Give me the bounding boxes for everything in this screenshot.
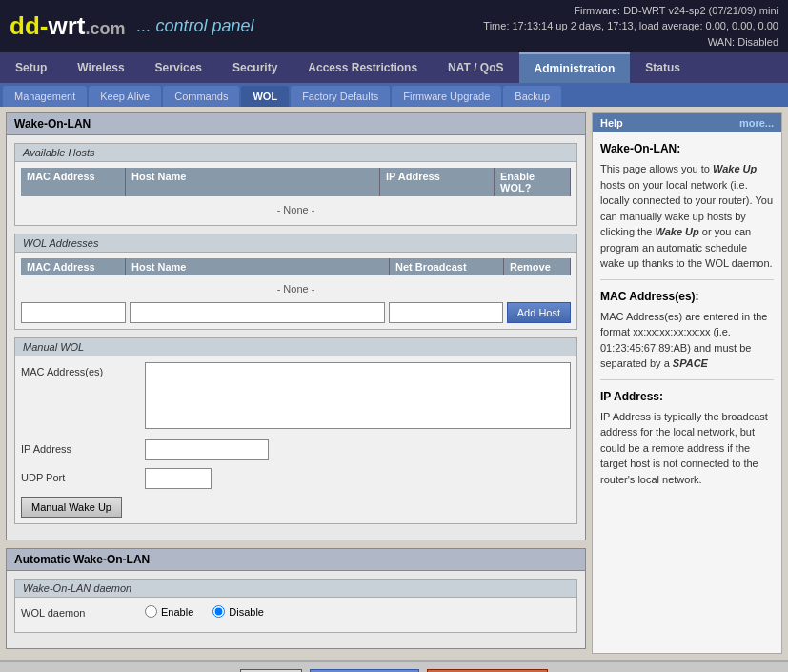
main-tab-administration[interactable]: Administration: [519, 52, 631, 83]
wol-daemon-enable-option[interactable]: Enable: [145, 605, 193, 618]
main-tab-status[interactable]: Status: [630, 52, 696, 83]
help-ip-heading: IP Address:: [600, 388, 774, 405]
wol-addresses-content: MAC Address Host Name Net Broadcast Remo…: [15, 253, 576, 329]
wol-addresses-headers: MAC Address Host Name Net Broadcast Remo…: [21, 258, 571, 275]
logo: dd-wrt.com: [10, 11, 125, 41]
sub-tab-commands[interactable]: Commands: [163, 86, 239, 107]
available-hosts-headers: MAC Address Host Name IP Address Enable …: [21, 168, 571, 196]
firmware-version: Firmware: DD-WRT v24-sp2 (07/21/09) mini: [483, 3, 778, 19]
wol-col-remove: Remove: [504, 258, 571, 275]
help-title: Help: [600, 117, 623, 129]
automatic-wol-content: Wake-On-LAN daemon WOL daemon Enable: [7, 571, 585, 648]
available-hosts-none: - None -: [21, 200, 571, 219]
wol-col-mac: MAC Address: [21, 258, 126, 275]
main-nav: Setup Wireless Services Security Access …: [0, 52, 788, 83]
help-header: Help more...: [593, 113, 781, 132]
col-ip-address: IP Address: [380, 168, 495, 196]
udp-port-control: [145, 468, 571, 489]
mac-addresses-row: MAC Address(es): [21, 362, 571, 432]
header: dd-wrt.com ... control panel Firmware: D…: [0, 0, 788, 52]
sub-nav: Management Keep Alive Commands WOL Facto…: [0, 83, 788, 107]
add-hostname-input[interactable]: [130, 302, 385, 323]
uptime-info: Time: 17:13:14 up 2 days, 17:13, load av…: [483, 18, 778, 34]
content-area: Wake-On-LAN Available Hosts MAC Address …: [0, 107, 788, 660]
wol-daemon-content: WOL daemon Enable Disable: [15, 598, 576, 632]
help-wol-text: This page allows you to Wake Up hosts on…: [600, 161, 774, 272]
help-mac-text: MAC Address(es) are entered in the forma…: [600, 309, 774, 372]
left-panel: Wake-On-LAN Available Hosts MAC Address …: [6, 112, 586, 654]
help-panel: Help more... Wake-On-LAN: This page allo…: [592, 112, 782, 654]
wake-on-lan-section: Wake-On-LAN Available Hosts MAC Address …: [6, 112, 586, 540]
sub-tab-wol[interactable]: WOL: [241, 86, 289, 107]
automatic-wol-title: Automatic Wake-On-LAN: [7, 549, 585, 571]
sub-tab-keep-alive[interactable]: Keep Alive: [89, 86, 161, 107]
wol-col-hostname: Host Name: [126, 258, 390, 275]
wol-daemon-subsection: Wake-On-LAN daemon WOL daemon Enable: [14, 579, 577, 633]
mac-addresses-label: MAC Address(es): [21, 362, 145, 377]
ip-address-control: [145, 439, 571, 460]
udp-port-label: UDP Port: [21, 468, 145, 483]
wol-daemon-title: Wake-On-LAN daemon: [15, 580, 576, 598]
main-tab-services[interactable]: Services: [140, 52, 217, 83]
wol-daemon-enable-label: Enable: [161, 606, 193, 618]
manual-wake-up-button[interactable]: Manual Wake Up: [21, 497, 122, 518]
header-info: Firmware: DD-WRT v24-sp2 (07/21/09) mini…: [483, 3, 778, 51]
add-host-button[interactable]: Add Host: [507, 302, 571, 323]
wake-on-lan-title: Wake-On-LAN: [7, 113, 585, 135]
wol-daemon-disable-label: Disable: [229, 606, 264, 618]
wol-daemon-control: Enable Disable: [145, 603, 571, 618]
mac-addresses-textarea[interactable]: [145, 362, 571, 429]
main-tab-nat-qos[interactable]: NAT / QoS: [433, 52, 518, 83]
manual-wol-subsection: Manual WOL MAC Address(es) IP Address: [14, 337, 577, 524]
udp-port-row: UDP Port: [21, 468, 571, 489]
ip-address-input[interactable]: [145, 439, 269, 460]
main-tab-setup[interactable]: Setup: [0, 52, 62, 83]
manual-wol-title: Manual WOL: [15, 338, 576, 356]
sub-tab-management[interactable]: Management: [3, 86, 87, 107]
main-tab-wireless[interactable]: Wireless: [62, 52, 139, 83]
footer: Save Apply Settings Cancel Changes: [0, 660, 788, 672]
wol-daemon-radio-group: Enable Disable: [145, 603, 571, 618]
available-hosts-content: MAC Address Host Name IP Address Enable …: [15, 162, 576, 225]
ip-address-label: IP Address: [21, 439, 145, 455]
logo-area: dd-wrt.com ... control panel: [10, 11, 254, 41]
help-mac-heading: MAC Address(es):: [600, 288, 774, 305]
main-tab-access-restrictions[interactable]: Access Restrictions: [293, 52, 433, 83]
sub-tab-backup[interactable]: Backup: [503, 86, 561, 107]
help-more-link[interactable]: more...: [739, 117, 774, 129]
add-host-row: Add Host: [21, 302, 571, 323]
wol-addresses-subsection: WOL Addresses MAC Address Host Name Net …: [14, 234, 577, 330]
wol-daemon-row: WOL daemon Enable Disable: [21, 603, 571, 619]
col-enable-wol: Enable WOL?: [495, 168, 571, 196]
col-hostname: Host Name: [126, 168, 380, 196]
automatic-wol-section: Automatic Wake-On-LAN Wake-On-LAN daemon…: [6, 548, 586, 649]
wol-col-net-broadcast: Net Broadcast: [390, 258, 504, 275]
wol-daemon-enable-radio[interactable]: [145, 605, 157, 618]
sub-tab-firmware-upgrade[interactable]: Firmware Upgrade: [392, 86, 501, 107]
wake-on-lan-content: Available Hosts MAC Address Host Name IP…: [7, 135, 585, 540]
help-ip-text: IP Address is typically the broadcast ad…: [600, 409, 774, 488]
wol-addresses-none: - None -: [21, 279, 571, 298]
sub-tab-factory-defaults[interactable]: Factory Defaults: [291, 86, 390, 107]
add-mac-input[interactable]: [21, 302, 126, 323]
available-hosts-subsection: Available Hosts MAC Address Host Name IP…: [14, 143, 577, 226]
ip-address-row: IP Address: [21, 439, 571, 460]
control-panel-label: ... control panel: [136, 16, 253, 36]
wol-daemon-disable-option[interactable]: Disable: [212, 605, 264, 618]
help-wol-heading: Wake-On-LAN:: [600, 140, 774, 157]
add-netbroadcast-input[interactable]: [389, 302, 503, 323]
available-hosts-title: Available Hosts: [15, 144, 576, 162]
wol-addresses-title: WOL Addresses: [15, 234, 576, 253]
wol-daemon-disable-radio[interactable]: [212, 605, 225, 618]
manual-wol-content: MAC Address(es) IP Address: [15, 356, 576, 523]
wol-daemon-label: WOL daemon: [21, 603, 145, 619]
help-content: Wake-On-LAN: This page allows you to Wak…: [593, 132, 781, 500]
main-tab-security[interactable]: Security: [217, 52, 293, 83]
mac-addresses-control: [145, 362, 571, 432]
wan-status: WAN: Disabled: [483, 34, 778, 51]
col-mac-address: MAC Address: [21, 168, 126, 196]
udp-port-input[interactable]: [145, 468, 212, 489]
